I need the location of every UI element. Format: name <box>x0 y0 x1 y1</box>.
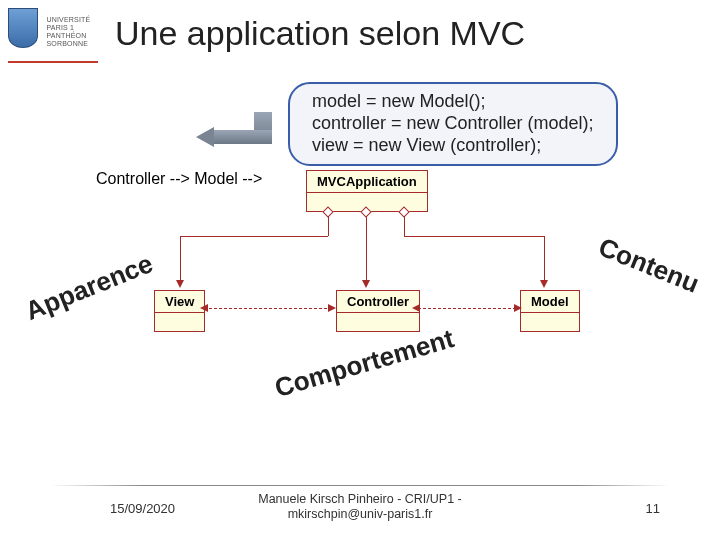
crest-icon <box>8 8 38 48</box>
footer-page-number: 11 <box>646 501 660 516</box>
code-line: model = new Model(); <box>312 90 594 112</box>
uml-diagram: MVCApplication View Controller Model Con… <box>96 170 636 370</box>
arrowhead-icon <box>176 280 184 288</box>
uml-class-application: MVCApplication <box>306 170 428 212</box>
dashed-connector <box>204 308 332 309</box>
slide-title: Une application selon MVC <box>115 14 525 53</box>
university-logo: UNIVERSITÉ PARIS 1 PANTHÉON SORBONNE <box>8 8 98 63</box>
logo-line: SORBONNE <box>46 40 88 47</box>
arrowhead-icon <box>362 280 370 288</box>
uml-class-name: View <box>155 291 204 313</box>
arrowhead-icon <box>200 304 208 312</box>
uml-class-controller: Controller <box>336 290 420 332</box>
footer-author-line: mkirschpin@univ-paris1.fr <box>288 507 433 521</box>
uml-class-view: View <box>154 290 205 332</box>
uml-class-model: Model <box>520 290 580 332</box>
code-callout: model = new Model(); controller = new Co… <box>288 82 618 166</box>
uml-class-name: MVCApplication <box>307 171 427 193</box>
logo-text: UNIVERSITÉ PARIS 1 PANTHÉON SORBONNE <box>46 16 90 48</box>
uml-class-name: Controller <box>337 291 419 313</box>
footer-divider <box>50 485 670 486</box>
code-line: view = new View (controller); <box>312 134 594 156</box>
logo-line: PARIS 1 <box>46 24 74 31</box>
callout-arrow-icon <box>212 112 272 144</box>
arrowhead-icon <box>412 304 420 312</box>
footer-author-line: Manuele Kirsch Pinheiro - CRI/UP1 - <box>258 492 462 506</box>
uml-class-name: Model <box>521 291 579 313</box>
logo-line: UNIVERSITÉ <box>46 16 90 23</box>
dashed-connector <box>418 308 516 309</box>
arrowhead-icon <box>514 304 522 312</box>
footer-author: Manuele Kirsch Pinheiro - CRI/UP1 - mkir… <box>0 492 720 522</box>
arrowhead-icon <box>540 280 548 288</box>
code-line: controller = new Controller (model); <box>312 112 594 134</box>
logo-line: PANTHÉON <box>46 32 86 39</box>
arrowhead-icon <box>328 304 336 312</box>
